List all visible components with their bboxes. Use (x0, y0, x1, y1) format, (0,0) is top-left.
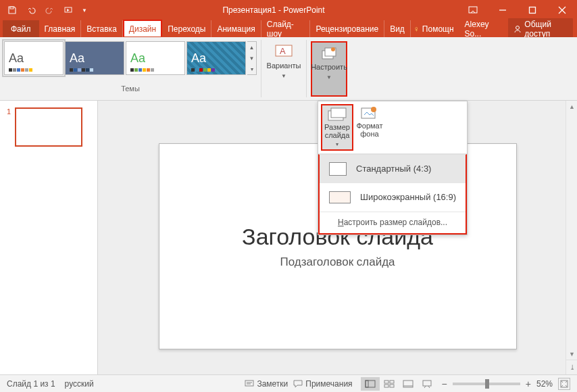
theme-thumb-2[interactable]: Aa (65, 41, 124, 75)
tab-view[interactable]: Вид (384, 20, 411, 37)
language-label[interactable]: русский (65, 379, 94, 389)
svg-rect-23 (390, 385, 394, 387)
variants-button[interactable]: A Варианты ▼ (266, 41, 302, 80)
slide-count-label: Слайд 1 из 1 (7, 379, 55, 389)
save-icon[interactable] (4, 2, 20, 18)
themes-group-label: Темы (4, 84, 257, 93)
svg-point-14 (371, 107, 376, 112)
svg-point-5 (516, 26, 520, 29)
svg-rect-4 (530, 7, 536, 14)
chevron-down-icon: ▼ (326, 74, 332, 80)
tab-file[interactable]: Файл (3, 20, 39, 37)
lightbulb-icon: ♀ (413, 24, 420, 34)
scroll-down-icon[interactable]: ▼ (566, 348, 577, 360)
tab-design[interactable]: Дизайн (123, 20, 162, 36)
svg-rect-2 (469, 7, 477, 13)
workspace: 1 Заголовок слайда Подзаголовок слайда ▲… (0, 101, 577, 374)
slide-size-button[interactable]: Размер слайда ▾ (321, 104, 353, 151)
qat-dropdown-icon[interactable]: ▼ (80, 2, 89, 18)
svg-rect-18 (366, 381, 375, 387)
notes-icon (245, 380, 254, 388)
ribbon-tabs: Файл Главная Вставка Дизайн Переходы Ани… (0, 20, 577, 37)
custom-slide-size-button[interactable]: Настроить размер слайдов... (320, 212, 466, 233)
customize-group: Настроить ▼ (307, 37, 351, 100)
svg-rect-15 (245, 381, 253, 386)
customize-button[interactable]: Настроить ▼ (311, 41, 347, 97)
share-icon (513, 25, 522, 33)
notes-button[interactable]: Заметки (245, 379, 288, 389)
normal-view-button[interactable] (361, 377, 380, 391)
close-button[interactable] (547, 0, 577, 20)
share-button[interactable]: Общий доступ (508, 18, 573, 40)
maximize-button[interactable] (518, 0, 547, 20)
svg-rect-20 (384, 381, 388, 383)
zoom-slider-handle[interactable] (485, 379, 489, 389)
theme-thumb-1[interactable]: Aa (4, 41, 64, 75)
scroll-up-icon[interactable]: ▲ (566, 101, 577, 112)
tab-insert[interactable]: Вставка (81, 20, 123, 37)
chevron-down-icon: ▼ (281, 73, 286, 79)
tab-slideshow[interactable]: Слайд-шоу (261, 20, 311, 37)
svg-rect-26 (423, 381, 431, 386)
svg-rect-19 (366, 381, 368, 387)
redo-icon[interactable] (42, 2, 58, 18)
slide-thumbnail-1[interactable] (15, 107, 82, 147)
customize-dropdown: Размер слайда ▾ Формат фона Стандартный … (318, 101, 468, 235)
window-title: Презентация1 - PowerPoint (89, 5, 458, 15)
themes-gallery-expand[interactable]: ▲▼▾ (247, 41, 257, 75)
themes-group: Aa Aa Aa Aa ▲▼▾ Темы (0, 37, 261, 100)
zoom-percent[interactable]: 52% (536, 379, 553, 389)
zoom-in-button[interactable]: + (526, 378, 531, 389)
slide-thumbnails-panel: 1 (0, 101, 98, 374)
svg-rect-0 (10, 7, 14, 9)
svg-rect-21 (390, 381, 394, 383)
slide-number: 1 (7, 107, 11, 147)
tab-animations[interactable]: Анимация (211, 20, 261, 37)
tab-transitions[interactable]: Переходы (162, 20, 211, 37)
user-account[interactable]: Alexey So... (462, 20, 503, 39)
reading-view-button[interactable] (399, 377, 418, 391)
ratio-16-9-icon (329, 191, 351, 203)
slideshow-view-button[interactable] (418, 377, 436, 391)
status-bar: Слайд 1 из 1 русский Заметки Примечания … (0, 374, 577, 392)
customize-dropdown-buttons: Размер слайда ▾ Формат фона (318, 101, 467, 154)
tab-review[interactable]: Рецензирование (310, 20, 384, 37)
vertical-scrollbar[interactable]: ▲ ▼ ⤓ (566, 101, 577, 374)
theme-thumb-3[interactable]: Aa (126, 41, 185, 75)
ratio-4-3-icon (329, 162, 347, 176)
ribbon-design: Aa Aa Aa Aa ▲▼▾ Темы A Варианты ▼ (0, 37, 577, 101)
minimize-button[interactable] (488, 0, 518, 20)
tell-me-button[interactable]: ♀ Помощн (411, 24, 457, 34)
zoom-slider[interactable] (453, 383, 520, 385)
title-bar: ▼ Презентация1 - PowerPoint (0, 0, 577, 20)
view-buttons (361, 377, 436, 391)
variants-group: A Варианты ▼ (261, 37, 306, 100)
format-background-button[interactable]: Формат фона (353, 104, 386, 151)
size-option-widescreen[interactable]: Широкоэкранный (16:9) (320, 183, 466, 212)
comments-button[interactable]: Примечания (293, 379, 352, 389)
slide-size-menu: Стандартный (4:3) Широкоэкранный (16:9) … (318, 154, 467, 235)
svg-point-10 (331, 47, 335, 51)
window-controls (458, 0, 577, 20)
zoom-out-button[interactable]: − (442, 378, 447, 389)
quick-access-toolbar: ▼ (0, 0, 89, 20)
ribbon-display-icon[interactable] (458, 0, 488, 20)
svg-rect-12 (331, 108, 346, 118)
customize-icon (321, 47, 337, 60)
tab-home[interactable]: Главная (39, 20, 82, 37)
undo-icon[interactable] (23, 2, 39, 18)
theme-thumb-4[interactable]: Aa (186, 41, 246, 75)
next-slide-icon[interactable]: ⤓ (566, 360, 577, 374)
start-from-beginning-icon[interactable] (61, 2, 77, 18)
fit-to-window-button[interactable] (558, 378, 570, 390)
slide-size-icon (327, 107, 347, 122)
variants-icon: A (274, 43, 293, 59)
size-option-standard[interactable]: Стандартный (4:3) (320, 155, 466, 183)
slide-subtitle-placeholder[interactable]: Подзаголовок слайда (280, 255, 395, 269)
svg-rect-22 (384, 385, 388, 387)
format-background-icon (360, 105, 379, 120)
svg-text:A: A (280, 46, 286, 56)
comments-icon (293, 380, 303, 388)
sorter-view-button[interactable] (380, 377, 399, 391)
